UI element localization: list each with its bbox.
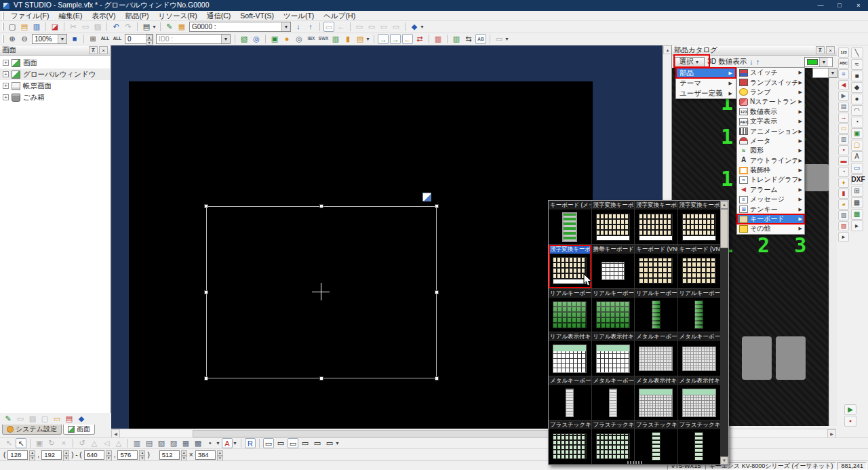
palette-item[interactable]: リアルキーボード 2(英...: [678, 289, 722, 333]
parts-menu-item[interactable]: ランプスイッチ▶: [737, 77, 804, 87]
screen-stack-icon[interactable]: ◆: [76, 414, 87, 424]
more-parts-icon[interactable]: ▸: [838, 232, 849, 242]
parts-menu-item[interactable]: メータ▶: [737, 136, 804, 146]
sim-play-icon[interactable]: ▶: [844, 404, 856, 415]
palette-item[interactable]: キーボード (VNC・...: [635, 245, 678, 289]
open-project-icon[interactable]: ▤: [19, 22, 30, 32]
palette-item[interactable]: メタルキーボード 1: [635, 332, 678, 376]
print-dropdown-icon[interactable]: ▼: [152, 24, 157, 29]
bar-graph-icon[interactable]: ▮: [838, 189, 849, 199]
select-mode-1-icon[interactable]: ▭: [263, 438, 274, 448]
coord-spinner[interactable]: ▲▼: [29, 450, 35, 460]
coord-y2-field[interactable]: 576: [117, 450, 138, 460]
parts-menu-item[interactable]: ◀アラーム▶: [737, 185, 804, 195]
scroll-left-icon[interactable]: ◀: [111, 429, 120, 438]
menu-edit[interactable]: 編集(E): [54, 12, 87, 20]
parts-menu-item[interactable]: ≈図形▶: [737, 146, 804, 155]
palette-item[interactable]: リアル表示付キーボ ...: [549, 332, 592, 376]
scrollbar-thumb[interactable]: [720, 209, 728, 248]
coord-x1-field[interactable]: 128: [7, 450, 28, 460]
palette-item[interactable]: メタル表示付キーボ ...: [635, 376, 678, 420]
resize-handle[interactable]: [204, 204, 208, 208]
menu-parts[interactable]: 部品(P): [120, 12, 153, 20]
draw-polyline-icon[interactable]: ≈: [851, 59, 863, 70]
palette-item[interactable]: プラスチックキーボード...: [592, 420, 635, 465]
palette-item[interactable]: 漢字変換キーボード ...: [635, 201, 678, 245]
window-icon[interactable]: ▥: [838, 134, 849, 144]
expand-icon[interactable]: +: [3, 71, 9, 77]
receive-vt-icon[interactable]: ←: [402, 34, 413, 44]
parts-menu-item[interactable]: キーボード▶: [737, 214, 804, 224]
simulator-icon[interactable]: ▥: [451, 34, 462, 44]
palette-item[interactable]: プラスチックキーボード 1: [549, 420, 592, 465]
scroll-down-icon[interactable]: ▼: [720, 456, 728, 465]
parts-stack-icon[interactable]: ◆: [409, 22, 420, 32]
more-draw-icon[interactable]: ▸: [851, 220, 863, 231]
maximize-button[interactable]: □: [830, 0, 849, 11]
sidebar-item-screen[interactable]: +グローバルウィンドウ: [0, 68, 110, 80]
edit-screen-icon[interactable]: ✎: [164, 22, 175, 32]
parts-menu-item[interactable]: 装飾枠▶: [737, 165, 804, 175]
print-icon[interactable]: ▤: [141, 22, 152, 32]
trend-graph-icon[interactable]: ▨: [838, 210, 849, 220]
remote-monitor-dropdown-icon[interactable]: ▼: [505, 37, 509, 41]
transfer-vt-usb-icon[interactable]: →: [390, 34, 401, 44]
resize-handle[interactable]: [319, 376, 323, 380]
expand-icon[interactable]: +: [3, 94, 9, 100]
zoom-combo[interactable]: 100%▼: [32, 34, 67, 44]
catalog-scrollbar[interactable]: [829, 68, 837, 426]
scrollbar-thumb[interactable]: [193, 430, 586, 437]
resize-handle[interactable]: [204, 290, 208, 294]
menu-comm[interactable]: 通信(C): [202, 12, 236, 20]
alarm-icon[interactable]: ◀: [838, 80, 849, 90]
palette-item[interactable]: 漢字変換キーボード ...: [592, 201, 635, 245]
bring-front-icon[interactable]: ▥: [132, 438, 142, 448]
select-mode-6-dropdown-icon[interactable]: ▼: [335, 441, 340, 446]
scroll-up-icon[interactable]: ▲: [720, 201, 728, 209]
data-transfer-icon[interactable]: →: [838, 113, 849, 123]
vt-screen-area[interactable]: [129, 81, 593, 429]
parts-menu-item[interactable]: ランプ▶: [737, 87, 804, 97]
draw-rectangle-icon[interactable]: ■: [851, 71, 863, 81]
parts-menu-item[interactable]: ≡メッセージ▶: [737, 195, 804, 204]
scroll-up-icon[interactable]: ↑: [756, 58, 760, 66]
grid-color-icon[interactable]: ■: [69, 34, 80, 44]
device-search-icon[interactable]: ◎: [294, 34, 304, 44]
parts-menu-item[interactable]: アニメーション▶: [737, 126, 804, 136]
parts-menu-item[interactable]: 123数値表示▶: [737, 107, 804, 117]
select-mode-3-icon[interactable]: ▭: [288, 438, 298, 448]
palette-item[interactable]: メタルキーボード 2(英...: [592, 376, 635, 420]
draw-line-icon[interactable]: ╲: [851, 47, 863, 58]
zoom-in-icon[interactable]: ⊕: [7, 34, 18, 44]
width-field[interactable]: 512: [159, 450, 180, 460]
message-display-icon[interactable]: ≡: [838, 69, 849, 79]
menu-tool[interactable]: ツール(T): [279, 12, 319, 20]
save-project-icon[interactable]: ▥: [31, 22, 42, 32]
text-display-icon[interactable]: ABC: [838, 58, 849, 68]
parts-crown-icon[interactable]: ♦: [838, 178, 849, 188]
swx-view-icon[interactable]: SWX: [318, 34, 329, 44]
parts-menu-item[interactable]: その他▶: [737, 224, 804, 233]
resize-handle[interactable]: [435, 290, 439, 294]
paste-object-icon[interactable]: ▭: [851, 163, 863, 174]
draw-polygon-icon[interactable]: ◆: [851, 82, 863, 93]
tab-screen[interactable]: 画面: [63, 425, 95, 435]
font-change-dropdown-icon[interactable]: ▼: [233, 441, 237, 446]
pie-graph-icon[interactable]: ◕: [838, 199, 849, 210]
palette-item[interactable]: リアルキーボード 2: [635, 289, 678, 333]
palette-item[interactable]: 携帯キーボード: [592, 245, 635, 289]
device-compare-icon[interactable]: AB: [475, 34, 486, 44]
image-search-icon[interactable]: ◎: [251, 34, 262, 44]
grid-settings-icon[interactable]: ⊞: [87, 34, 98, 44]
parts-menu-item[interactable]: スイッチ▶: [737, 68, 804, 77]
pin-icon[interactable]: ⊼: [89, 46, 98, 54]
move-down-icon[interactable]: ▨: [168, 438, 179, 448]
memory-usage-icon[interactable]: ▮: [342, 34, 353, 44]
lamp-check-icon[interactable]: ●: [281, 34, 292, 44]
duplicate-screen-icon[interactable]: ▭: [52, 414, 62, 424]
auto-allocate-icon[interactable]: R: [245, 438, 256, 448]
image-viewer-icon[interactable]: ▧: [239, 34, 250, 44]
catalog-menu-item[interactable]: 部品▶: [676, 68, 736, 78]
spin-up-icon[interactable]: ▲: [146, 35, 153, 40]
catalog-menu-item[interactable]: ユーザー定義▶: [676, 88, 736, 98]
